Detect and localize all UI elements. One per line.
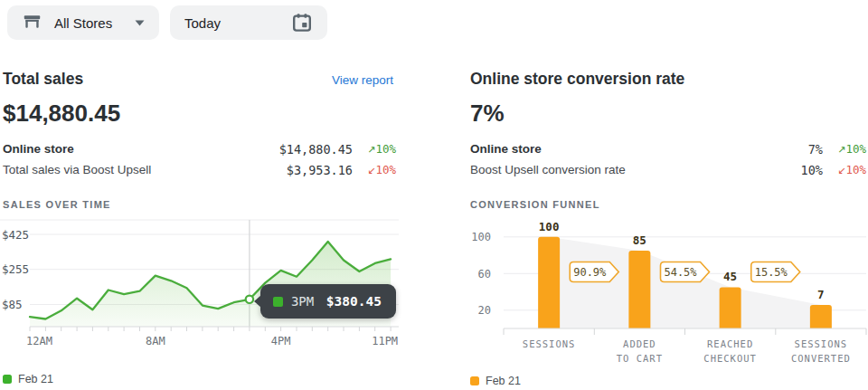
legend-label: Feb 21	[18, 373, 53, 385]
x-axis-label: 4PM	[271, 335, 291, 347]
bar-value-label: 45	[723, 270, 737, 283]
tooltip-time: 3PM	[291, 294, 314, 309]
y-axis-tick: 60	[478, 268, 491, 281]
hover-marker	[246, 296, 253, 303]
funnel-bar	[810, 305, 832, 328]
dashboard: All Stores Today Total sales View report…	[0, 0, 868, 390]
conversion-badge-label: 90.9%	[573, 266, 607, 279]
legend-label: Feb 21	[486, 375, 521, 387]
funnel-category-label: TO CART	[617, 353, 663, 364]
funnel-chart-svg: 100 60 20 100 85 45 7 90.9% 54.5% 15.5%S…	[455, 217, 868, 376]
table-row: Online store 7% ↗10%	[470, 138, 866, 159]
funnel-category-label: CHECKOUT	[703, 353, 757, 364]
sales-over-time-chart[interactable]: $425 $255 $8512AM8AM4PM11PM 3PM $380.45	[0, 217, 404, 357]
funnel-category-label: SESSIONS	[523, 338, 576, 349]
y-axis-tick: 100	[471, 231, 491, 243]
chart-tooltip: 3PM $380.45	[260, 284, 396, 319]
funnel-bar	[720, 287, 741, 328]
x-axis-label: 12AM	[26, 335, 52, 347]
table-row: Boost Upsell conversion rate 10% ↙10%	[470, 159, 866, 180]
funnel-band	[549, 237, 821, 328]
total-sales-value: $14,880.45	[3, 100, 120, 128]
row-value: $3,953.16	[253, 163, 353, 177]
legend-swatch	[3, 375, 12, 384]
store-filter-label: All Stores	[54, 15, 112, 31]
funnel-bar	[628, 251, 650, 328]
row-change: ↙10%	[823, 163, 866, 176]
conversion-badge-label: 15.5%	[755, 266, 788, 279]
conversion-rate-title: Online store conversion rate	[470, 70, 684, 89]
row-change: ↗10%	[353, 142, 396, 156]
store-icon	[22, 13, 42, 33]
funnel-category-label: REACHED	[707, 338, 753, 349]
row-change: ↗10%	[823, 142, 866, 156]
store-filter-button[interactable]: All Stores	[7, 5, 159, 40]
table-row: Online store $14,880.45 ↗10%	[3, 138, 396, 159]
tooltip-series-swatch	[273, 297, 283, 307]
tooltip-value: $380.45	[326, 294, 382, 309]
bar-value-label: 100	[539, 220, 560, 233]
funnel-category-label: ADDED	[623, 338, 656, 349]
sales-over-time-heading: SALES OVER TIME	[3, 199, 111, 210]
chevron-down-icon	[135, 20, 145, 26]
funnel-bar	[538, 237, 560, 328]
row-label: Online store	[3, 142, 253, 156]
conversion-breakdown: Online store 7% ↗10% Boost Upsell conver…	[470, 138, 866, 180]
conversion-rate-value: 7%	[470, 100, 505, 128]
y-axis-tick: $255	[2, 262, 29, 276]
x-axis-label: 11PM	[372, 335, 398, 347]
conversion-badge-label: 54.5%	[664, 266, 697, 279]
date-filter-button[interactable]: Today	[170, 5, 327, 40]
x-axis-label: 8AM	[146, 335, 165, 347]
y-axis-tick: $425	[2, 228, 29, 242]
funnel-category-label: SESSIONS	[795, 338, 848, 349]
row-value: 10%	[723, 163, 823, 177]
y-axis-tick: 20	[478, 304, 491, 317]
table-row: Total sales via Boost Upsell $3,953.16 ↙…	[3, 159, 396, 180]
bar-value-label: 7	[817, 288, 825, 301]
row-label: Total sales via Boost Upsell	[3, 163, 253, 176]
row-value: 7%	[723, 142, 823, 157]
total-sales-title: Total sales	[3, 70, 83, 89]
conversion-funnel-heading: CONVERSION FUNNEL	[470, 199, 600, 210]
funnel-legend: Feb 21	[470, 375, 521, 387]
row-change: ↙10%	[353, 163, 396, 176]
row-label: Online store	[470, 142, 723, 156]
row-label: Boost Upsell conversion rate	[470, 163, 723, 176]
row-value: $14,880.45	[253, 142, 353, 157]
view-report-link[interactable]: View report	[332, 73, 393, 87]
conversion-funnel-chart[interactable]: 100 60 20 100 85 45 7 90.9% 54.5% 15.5%S…	[455, 217, 868, 376]
calendar-icon	[291, 12, 313, 33]
sales-legend: Feb 21	[3, 373, 53, 385]
date-filter-label: Today	[184, 15, 221, 31]
funnel-category-label: CONVERTED	[791, 353, 851, 364]
bar-value-label: 85	[633, 233, 646, 247]
legend-swatch	[470, 376, 479, 385]
total-sales-breakdown: Online store $14,880.45 ↗10% Total sales…	[3, 138, 396, 180]
y-axis-tick: $85	[2, 298, 23, 311]
